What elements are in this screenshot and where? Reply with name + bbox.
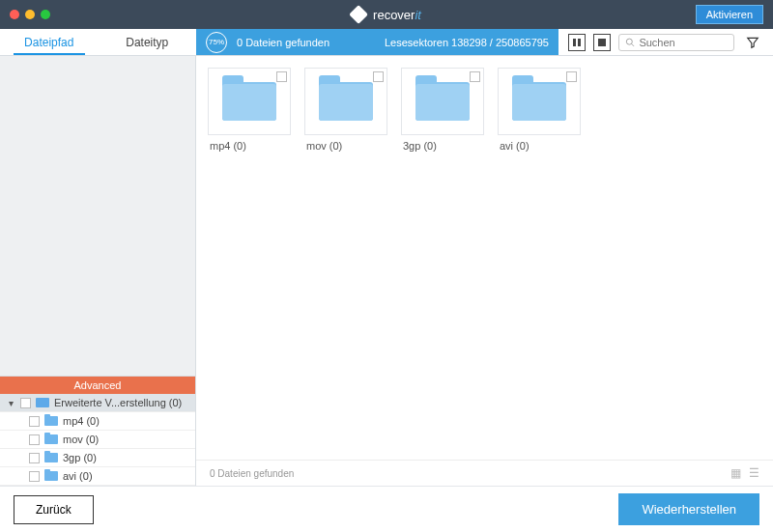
folder-card-avi[interactable]: avi (0) — [498, 68, 581, 156]
svg-point-0 — [626, 39, 632, 44]
progress-sectors-text: Lesesektoren 138298 / 250865795 — [385, 37, 549, 48]
footer: Zurück Wiederherstellen — [0, 486, 773, 532]
back-button[interactable]: Zurück — [14, 495, 94, 524]
drive-icon — [36, 398, 49, 407]
maximize-icon[interactable] — [41, 10, 50, 19]
checkbox[interactable] — [373, 71, 384, 82]
folder-thumb — [498, 68, 581, 135]
folder-icon — [44, 434, 58, 444]
status-text: 0 Dateien gefunden — [210, 468, 294, 479]
checkbox[interactable] — [29, 416, 40, 427]
folder-card-mov[interactable]: mov (0) — [304, 68, 387, 156]
toolbar: Dateipfad Dateityp 75% 0 Dateien gefunde… — [0, 29, 773, 56]
pause-button[interactable] — [568, 34, 586, 51]
tree-item-avi[interactable]: avi (0) — [0, 467, 195, 486]
stop-button[interactable] — [593, 34, 611, 51]
tree-root-label: Erweiterte V...erstellung (0) — [54, 397, 182, 408]
folder-icon — [44, 453, 58, 462]
minimize-icon[interactable] — [25, 10, 35, 19]
folder-card-3gp[interactable]: 3gp (0) — [401, 68, 484, 156]
folder-label: mov (0) — [304, 135, 387, 156]
folder-thumb — [401, 68, 484, 135]
progress-bar: 75% 0 Dateien gefunden Lesesektoren 1382… — [196, 29, 558, 55]
sidebar-tree: Advanced ▾ Erweiterte V...erstellung (0)… — [0, 376, 195, 486]
tree: ▾ Erweiterte V...erstellung (0) mp4 (0) … — [0, 394, 195, 486]
folder-icon — [512, 82, 566, 121]
tree-item-label: avi (0) — [63, 470, 93, 482]
folder-icon — [44, 471, 58, 481]
folder-icon — [319, 82, 373, 121]
checkbox[interactable] — [20, 398, 31, 408]
folder-label: mp4 (0) — [208, 135, 291, 156]
tab-filepath[interactable]: Dateipfad — [0, 29, 99, 55]
progress-percent: 75% — [206, 32, 227, 53]
folder-icon — [222, 82, 276, 121]
folder-thumb — [208, 68, 291, 135]
search-box[interactable] — [618, 34, 734, 51]
search-icon — [625, 37, 635, 48]
filter-icon[interactable] — [742, 32, 763, 53]
folders-grid: mp4 (0) mov (0) 3gp (0) — [196, 56, 773, 460]
advanced-header: Advanced — [0, 377, 195, 394]
tree-root[interactable]: ▾ Erweiterte V...erstellung (0) — [0, 394, 195, 412]
controls — [558, 29, 773, 55]
checkbox[interactable] — [470, 71, 480, 82]
tab-filetype[interactable]: Dateityp — [99, 29, 197, 55]
tree-item-label: mov (0) — [63, 434, 99, 445]
activate-button[interactable]: Aktivieren — [696, 5, 763, 24]
list-view-icon[interactable]: ☰ — [749, 466, 759, 480]
folder-label: 3gp (0) — [401, 135, 484, 156]
folder-label: avi (0) — [498, 135, 581, 156]
tree-item-3gp[interactable]: 3gp (0) — [0, 449, 195, 467]
close-icon[interactable] — [10, 10, 19, 19]
chevron-down-icon[interactable]: ▾ — [6, 398, 15, 407]
folder-card-mp4[interactable]: mp4 (0) — [208, 68, 291, 156]
status-bar: 0 Dateien gefunden ▦ ☰ — [196, 460, 773, 486]
sidebar-top — [0, 56, 195, 376]
checkbox[interactable] — [276, 71, 287, 82]
main-panel: mp4 (0) mov (0) 3gp (0) — [196, 56, 773, 486]
view-toggles: ▦ ☰ — [730, 466, 759, 480]
folder-thumb — [304, 68, 387, 135]
sidebar: Advanced ▾ Erweiterte V...erstellung (0)… — [0, 56, 196, 486]
traffic-lights — [10, 10, 50, 19]
folder-icon — [415, 82, 470, 121]
svg-line-1 — [631, 43, 634, 46]
recover-button[interactable]: Wiederherstellen — [618, 493, 759, 525]
folder-icon — [44, 416, 58, 426]
tree-item-label: 3gp (0) — [63, 452, 97, 463]
tabs: Dateipfad Dateityp — [0, 29, 196, 55]
content: Advanced ▾ Erweiterte V...erstellung (0)… — [0, 56, 773, 486]
search-input[interactable] — [639, 37, 728, 48]
checkbox[interactable] — [29, 471, 40, 482]
checkbox[interactable] — [566, 71, 577, 82]
tree-item-label: mp4 (0) — [63, 415, 100, 427]
grid-view-icon[interactable]: ▦ — [730, 466, 741, 480]
titlebar: recoverit Aktivieren — [0, 0, 773, 29]
app-title: recoverit — [352, 8, 421, 22]
tree-item-mov[interactable]: mov (0) — [0, 431, 195, 449]
checkbox[interactable] — [29, 434, 40, 445]
checkbox[interactable] — [29, 453, 40, 463]
progress-found-text: 0 Dateien gefunden — [237, 37, 329, 48]
logo-icon — [349, 5, 368, 24]
tree-item-mp4[interactable]: mp4 (0) — [0, 412, 195, 431]
